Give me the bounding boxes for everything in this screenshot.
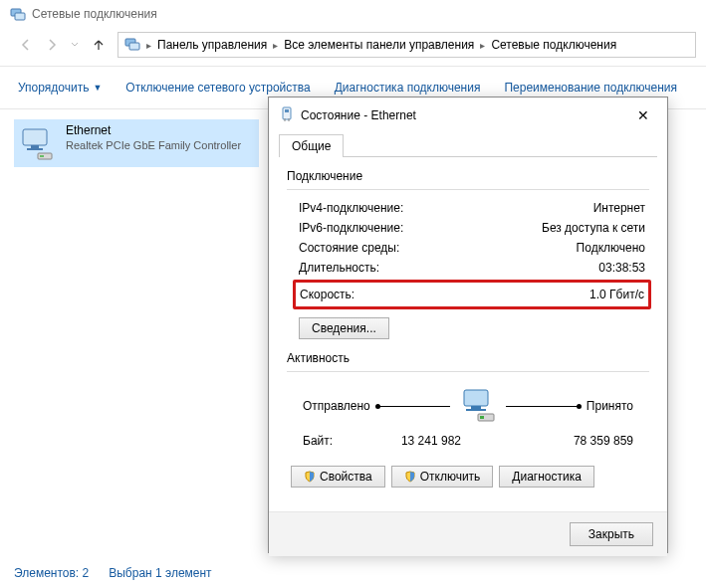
disable-device-button[interactable]: Отключение сетевого устройства [125,81,310,95]
shield-icon [304,471,316,483]
up-button[interactable] [90,36,108,54]
window-titlebar: Сетевые подключения [0,0,706,28]
speed-value: 1.0 Гбит/с [589,288,644,301]
svg-rect-9 [283,107,291,119]
svg-rect-13 [466,409,486,411]
svg-rect-1 [15,13,25,20]
svg-rect-4 [23,129,47,145]
ethernet-adapter-icon [18,123,58,163]
received-label: Принято [587,399,633,413]
dialog-body: Подключение IPv4-подключение:Интернет IP… [269,157,667,511]
svg-rect-8 [40,155,44,157]
history-dropdown[interactable] [70,37,80,53]
connection-item-text: Ethernet Realtek PCIe GbE Family Control… [66,123,241,163]
connection-group-title: Подключение [287,169,649,183]
sent-label: Отправлено [303,399,370,413]
breadcrumb-item[interactable]: Панель управления [157,38,267,52]
speed-highlight: Скорость:1.0 Гбит/с [293,280,651,309]
chevron-down-icon: ▼ [93,83,102,93]
status-bar: Элементов: 2 Выбран 1 элемент [14,566,212,580]
dialog-titlebar[interactable]: Состояние - Ethernet ✕ [269,98,667,133]
item-count: Элементов: 2 [14,566,89,580]
dialog-title: Состояние - Ethernet [301,108,623,122]
disable-button[interactable]: Отключить [391,466,494,488]
forward-button[interactable] [44,37,60,53]
network-connections-icon [124,36,140,55]
rename-connection-button[interactable]: Переименование подключения [504,81,677,95]
ipv6-label: IPv6-подключение: [299,221,403,235]
chevron-right-icon: ▸ [273,40,278,51]
close-button[interactable]: ✕ [629,105,657,125]
status-dialog: Состояние - Ethernet ✕ Общие Подключение… [268,97,668,553]
dialog-tabs: Общие [279,133,657,157]
svg-rect-6 [27,148,43,150]
diagnose-button[interactable]: Диагностика [499,466,594,488]
connection-item-ethernet[interactable]: Ethernet Realtek PCIe GbE Family Control… [14,119,259,167]
ipv4-value: Интернет [593,201,645,215]
chevron-right-icon: ▸ [146,40,151,51]
svg-rect-12 [471,406,481,409]
breadcrumb-item[interactable]: Все элементы панели управления [284,38,474,52]
dialog-footer: Закрыть [269,511,667,556]
ethernet-status-icon [279,106,295,125]
svg-rect-10 [285,109,289,112]
connection-group: Подключение IPv4-подключение:Интернет IP… [287,169,649,343]
organize-dropdown[interactable]: Упорядочить▼ [18,81,102,95]
shield-icon [404,471,416,483]
ipv4-label: IPv4-подключение: [299,201,403,215]
connection-name: Ethernet [66,123,241,137]
duration-value: 03:38:53 [598,261,645,275]
duration-label: Длительность: [299,261,379,275]
media-state-label: Состояние среды: [299,241,399,255]
speed-label: Скорость: [300,288,354,301]
navigation-bar: ▸ Панель управления ▸ Все элементы панел… [0,28,706,66]
svg-rect-11 [464,390,488,406]
svg-rect-3 [129,43,139,50]
connection-adapter: Realtek PCIe GbE Family Controller [66,139,241,151]
breadcrumb-item[interactable]: Сетевые подключения [491,38,616,52]
close-dialog-button[interactable]: Закрыть [570,522,653,546]
diagnose-connection-button[interactable]: Диагностика подключения [335,81,481,95]
activity-group: Активность Отправлено [287,351,649,491]
properties-button[interactable]: Свойства [291,466,385,488]
tab-general[interactable]: Общие [279,134,344,157]
bytes-sent-value: 13 241 982 [362,434,461,448]
activity-group-title: Активность [287,351,649,365]
chevron-right-icon: ▸ [480,40,485,51]
breadcrumb[interactable]: ▸ Панель управления ▸ Все элементы панел… [118,32,696,58]
details-button[interactable]: Сведения... [299,317,389,339]
ipv6-value: Без доступа к сети [542,221,645,235]
bytes-received-value: 78 359 859 [535,434,633,448]
bytes-label: Байт: [303,434,362,448]
media-state-value: Подключено [577,241,645,255]
selection-count: Выбран 1 элемент [109,566,211,580]
svg-rect-5 [31,145,39,148]
back-button[interactable] [18,37,34,53]
network-connections-icon [10,6,26,22]
window-title: Сетевые подключения [32,7,157,21]
computer-network-icon [456,386,500,426]
svg-rect-15 [480,416,484,419]
